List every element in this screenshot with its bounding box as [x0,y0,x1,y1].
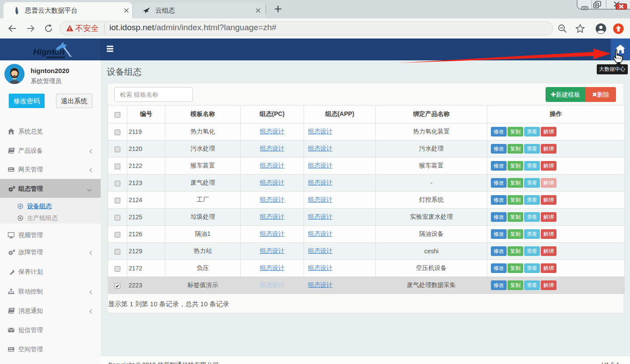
svg-text:Hignton: Hignton [33,47,65,56]
